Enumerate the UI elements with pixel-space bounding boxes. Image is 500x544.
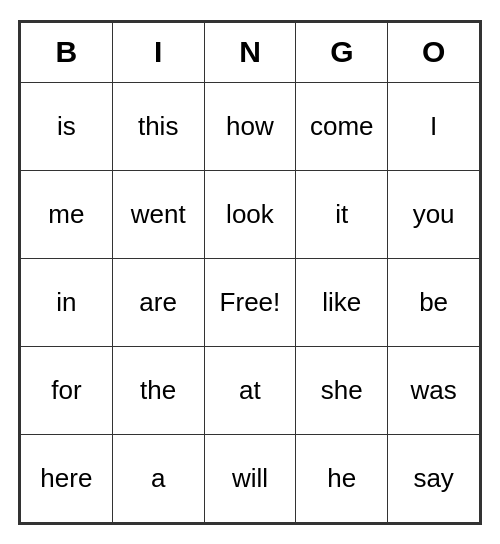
header-row: B I N G O bbox=[21, 22, 480, 82]
table-cell: at bbox=[204, 346, 296, 434]
table-cell: for bbox=[21, 346, 113, 434]
table-cell: a bbox=[112, 434, 204, 522]
table-cell: he bbox=[296, 434, 388, 522]
table-cell: went bbox=[112, 170, 204, 258]
table-cell: it bbox=[296, 170, 388, 258]
table-cell: in bbox=[21, 258, 113, 346]
bingo-table: B I N G O isthishowcomeImewentlookityoui… bbox=[20, 22, 480, 523]
table-cell: Free! bbox=[204, 258, 296, 346]
table-cell: come bbox=[296, 82, 388, 170]
header-i: I bbox=[112, 22, 204, 82]
table-cell: say bbox=[388, 434, 480, 522]
table-cell: will bbox=[204, 434, 296, 522]
bingo-body: isthishowcomeImewentlookityouinareFree!l… bbox=[21, 82, 480, 522]
table-row: fortheatshewas bbox=[21, 346, 480, 434]
table-cell: like bbox=[296, 258, 388, 346]
table-row: hereawillhesay bbox=[21, 434, 480, 522]
table-cell: here bbox=[21, 434, 113, 522]
table-cell: was bbox=[388, 346, 480, 434]
table-row: mewentlookityou bbox=[21, 170, 480, 258]
table-cell: be bbox=[388, 258, 480, 346]
header-g: G bbox=[296, 22, 388, 82]
table-row: inareFree!likebe bbox=[21, 258, 480, 346]
header-n: N bbox=[204, 22, 296, 82]
table-cell: this bbox=[112, 82, 204, 170]
header-b: B bbox=[21, 22, 113, 82]
table-cell: me bbox=[21, 170, 113, 258]
table-cell: I bbox=[388, 82, 480, 170]
bingo-card: B I N G O isthishowcomeImewentlookityoui… bbox=[18, 20, 482, 525]
table-cell: how bbox=[204, 82, 296, 170]
table-row: isthishowcomeI bbox=[21, 82, 480, 170]
table-cell: is bbox=[21, 82, 113, 170]
table-cell: the bbox=[112, 346, 204, 434]
table-cell: you bbox=[388, 170, 480, 258]
table-cell: she bbox=[296, 346, 388, 434]
header-o: O bbox=[388, 22, 480, 82]
table-cell: are bbox=[112, 258, 204, 346]
table-cell: look bbox=[204, 170, 296, 258]
